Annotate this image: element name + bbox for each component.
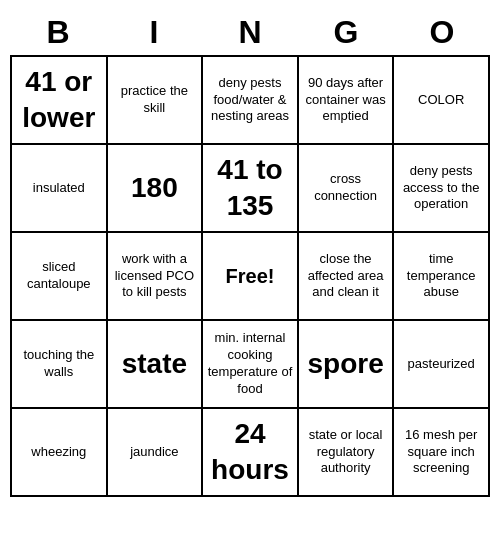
bingo-cell-11: work with a licensed PCO to kill pests bbox=[108, 233, 204, 321]
bingo-cell-8: cross connection bbox=[299, 145, 395, 233]
bingo-cell-3: 90 days after container was emptied bbox=[299, 57, 395, 145]
bingo-cell-17: min. internal cooking temperature of foo… bbox=[203, 321, 299, 409]
bingo-header: BINGO bbox=[10, 10, 490, 55]
bingo-grid: 41 or lowerpractice the skilldeny pests … bbox=[10, 55, 490, 497]
bingo-cell-16: state bbox=[108, 321, 204, 409]
bingo-cell-6: 180 bbox=[108, 145, 204, 233]
bingo-cell-10: sliced cantaloupe bbox=[12, 233, 108, 321]
bingo-cell-24: 16 mesh per square inch screening bbox=[394, 409, 490, 497]
bingo-cell-21: jaundice bbox=[108, 409, 204, 497]
bingo-cell-9: deny pests access to the operation bbox=[394, 145, 490, 233]
bingo-cell-0: 41 or lower bbox=[12, 57, 108, 145]
bingo-cell-20: wheezing bbox=[12, 409, 108, 497]
bingo-cell-12: Free! bbox=[203, 233, 299, 321]
bingo-cell-22: 24 hours bbox=[203, 409, 299, 497]
bingo-cell-14: time temperance abuse bbox=[394, 233, 490, 321]
header-letter: B bbox=[10, 10, 106, 55]
bingo-cell-2: deny pests food/water & nesting areas bbox=[203, 57, 299, 145]
bingo-cell-19: pasteurized bbox=[394, 321, 490, 409]
header-letter: I bbox=[106, 10, 202, 55]
bingo-cell-5: insulated bbox=[12, 145, 108, 233]
bingo-cell-7: 41 to 135 bbox=[203, 145, 299, 233]
bingo-cell-23: state or local regulatory authority bbox=[299, 409, 395, 497]
bingo-cell-1: practice the skill bbox=[108, 57, 204, 145]
bingo-card: BINGO 41 or lowerpractice the skilldeny … bbox=[10, 10, 490, 497]
header-letter: O bbox=[394, 10, 490, 55]
bingo-cell-18: spore bbox=[299, 321, 395, 409]
bingo-cell-4: COLOR bbox=[394, 57, 490, 145]
header-letter: N bbox=[202, 10, 298, 55]
header-letter: G bbox=[298, 10, 394, 55]
bingo-cell-13: close the affected area and clean it bbox=[299, 233, 395, 321]
bingo-cell-15: touching the walls bbox=[12, 321, 108, 409]
